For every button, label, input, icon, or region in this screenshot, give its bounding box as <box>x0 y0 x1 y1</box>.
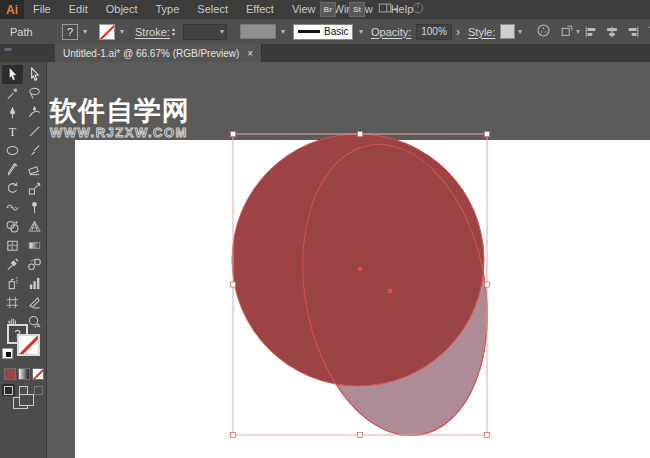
tool-row <box>0 179 46 198</box>
brush-name: Basic <box>324 26 348 37</box>
tab-close-icon[interactable]: × <box>247 48 253 59</box>
pen-tool[interactable] <box>2 103 23 122</box>
direct-selection-tool[interactable] <box>24 65 45 84</box>
align-center-button[interactable] <box>605 25 619 39</box>
brush-chevron-icon[interactable]: ▾ <box>359 27 363 36</box>
fill-stroke-indicator: ? ⇄ <box>0 322 47 364</box>
magic-wand-tool[interactable] <box>2 84 23 103</box>
paintbrush-tool[interactable] <box>24 141 45 160</box>
selected-ellipses[interactable] <box>232 130 509 451</box>
column-graph-tool[interactable] <box>24 274 45 293</box>
tool-row <box>0 255 46 274</box>
style-label[interactable]: Style: <box>468 19 496 44</box>
screen-mode-button[interactable] <box>13 394 33 410</box>
document-title: Untitled-1.ai* @ 66.67% (RGB/Preview) <box>63 48 239 59</box>
menu-object[interactable]: Object <box>97 0 147 19</box>
puppet-warp-tool[interactable] <box>24 198 45 217</box>
align-buttons <box>584 19 650 44</box>
menu-select[interactable]: Select <box>188 0 237 19</box>
tool-row <box>0 293 46 312</box>
tab-bar: «« Untitled-1.ai* @ 66.67% (RGB/Preview)… <box>0 44 650 62</box>
none-button[interactable] <box>32 368 44 380</box>
perspective-grid-tool[interactable] <box>24 217 45 236</box>
scale-tool[interactable] <box>24 179 45 198</box>
workspace-icon <box>378 1 392 19</box>
shaper-options-button[interactable] <box>536 19 551 44</box>
swap-fill-stroke-icon[interactable]: ⇄ <box>34 322 40 330</box>
brush-definition-dropdown[interactable]: Basic <box>293 24 353 40</box>
arrange-button[interactable]: ▾ <box>560 19 580 44</box>
selection-tool[interactable] <box>2 65 23 84</box>
shape-builder-tool[interactable] <box>2 217 23 236</box>
fill-color-swatch[interactable]: ? <box>62 24 78 40</box>
illustrator-window: Ai FileEditObjectTypeSelectEffectViewWin… <box>0 0 650 458</box>
stroke-indicator[interactable] <box>17 334 40 356</box>
artwork-layer <box>47 62 650 458</box>
ellipse-tool[interactable] <box>2 141 23 160</box>
color-button[interactable] <box>4 368 16 380</box>
stroke-stepper[interactable]: ▴▾ <box>172 27 175 37</box>
stroke-chevron-icon[interactable]: ▾ <box>120 27 124 36</box>
mesh-tool[interactable] <box>2 236 23 255</box>
workspace-switcher-button[interactable]: ▾ <box>378 1 398 19</box>
gradient-button[interactable] <box>18 368 30 380</box>
opacity-value[interactable]: 100% <box>416 24 452 40</box>
fill-chevron-icon[interactable]: ▾ <box>83 27 87 36</box>
cs-live-button[interactable] <box>411 1 425 19</box>
line-segment-tool[interactable] <box>24 122 45 141</box>
menu-effect[interactable]: Effect <box>237 0 283 19</box>
curvature-tool[interactable] <box>24 103 45 122</box>
align-right-button[interactable] <box>626 25 640 39</box>
symbol-sprayer-tool[interactable] <box>2 274 23 293</box>
lasso-tool[interactable] <box>24 84 45 103</box>
menu-right-icons: Br St ▾ <box>320 0 425 19</box>
align-left-button[interactable] <box>584 25 598 39</box>
slice-tool[interactable] <box>24 293 45 312</box>
tool-row: T <box>0 122 46 141</box>
tool-row <box>0 236 46 255</box>
eyedropper-tool[interactable] <box>2 255 23 274</box>
app-logo: Ai <box>0 0 24 19</box>
color-type-buttons <box>0 368 47 380</box>
tool-row <box>0 198 46 217</box>
menu-file[interactable]: File <box>24 0 60 19</box>
rotate-tool[interactable] <box>2 179 23 198</box>
opacity-more-button[interactable]: › <box>456 19 460 44</box>
tool-rows: T <box>0 62 46 331</box>
stroke-weight-label[interactable]: Stroke: <box>135 19 170 44</box>
pencil-tool[interactable] <box>2 160 23 179</box>
width-tool[interactable] <box>2 198 23 217</box>
opacity-label[interactable]: Opacity: <box>371 19 411 44</box>
document-tab[interactable]: Untitled-1.ai* @ 66.67% (RGB/Preview) × <box>55 44 262 62</box>
default-fill-stroke-icon[interactable] <box>2 348 13 359</box>
tool-row <box>0 217 46 236</box>
menu-view[interactable]: View <box>283 0 325 19</box>
menu-bar: Ai FileEditObjectTypeSelectEffectViewWin… <box>0 0 650 20</box>
center-point-1 <box>358 267 362 271</box>
stroke-color-swatch[interactable] <box>99 24 115 40</box>
type-tool[interactable]: T <box>2 122 23 141</box>
artboard-tool[interactable] <box>2 293 23 312</box>
control-bar: Path ? ▾ ▾ Stroke: ▴▾ ▾ ▾ Basic ▾ Opacit… <box>0 19 650 45</box>
width-profile-chevron-icon[interactable]: ▾ <box>281 27 285 36</box>
svg-text:T: T <box>8 125 16 139</box>
stock-button[interactable]: St <box>349 2 365 17</box>
panel-collapse-icon[interactable]: «« <box>4 45 11 54</box>
tool-row <box>0 141 46 160</box>
bridge-button[interactable]: Br <box>320 2 336 17</box>
menu-type[interactable]: Type <box>147 0 189 19</box>
blend-tool[interactable] <box>24 255 45 274</box>
stroke-weight-dropdown[interactable]: ▾ <box>183 24 227 40</box>
style-chevron-icon[interactable]: ▾ <box>518 27 522 36</box>
circle-options-icon <box>536 23 551 40</box>
ellipse-1[interactable] <box>232 134 484 386</box>
canvas-area[interactable]: 软件自学网 WWW.RJZXW.COM <box>47 62 650 458</box>
style-swatch[interactable] <box>500 24 515 39</box>
arrange-icon <box>560 24 574 40</box>
chevron-down-icon: ▾ <box>394 5 398 14</box>
width-profile-dropdown[interactable] <box>240 24 276 39</box>
menu-edit[interactable]: Edit <box>60 0 97 19</box>
eraser-tool[interactable] <box>24 160 45 179</box>
selection-type-label: Path <box>10 19 33 44</box>
gradient-tool[interactable] <box>24 236 45 255</box>
